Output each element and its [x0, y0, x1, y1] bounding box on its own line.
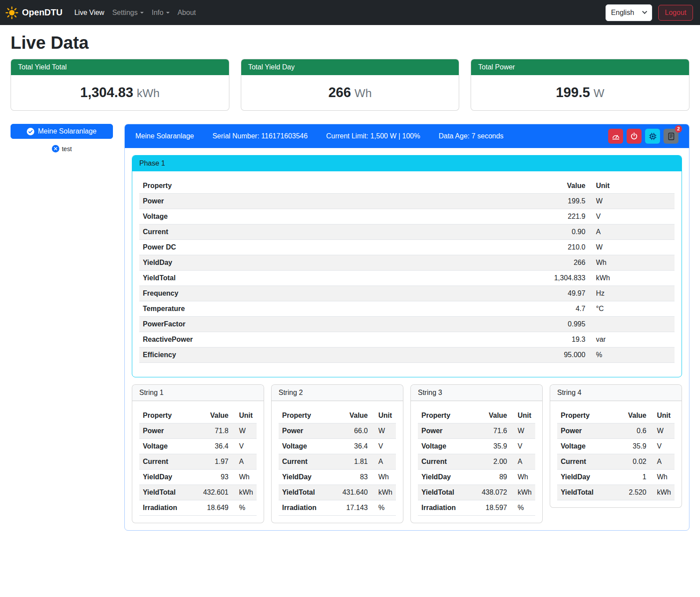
inverter-select-label: Meine Solaranlage [38, 127, 96, 135]
nav-item-settings[interactable]: Settings [108, 5, 148, 20]
nav-item-live-view[interactable]: Live View [70, 5, 108, 20]
summary-unit: Wh [355, 87, 372, 100]
table-row: YieldDay 1 Wh [557, 470, 675, 485]
property-cell: Power [557, 423, 614, 439]
table-row: ReactivePower 19.3 var [139, 332, 675, 347]
language-select[interactable]: English [606, 4, 652, 21]
summary-card: Total Yield Total 1,304.83kWh [11, 59, 229, 111]
value-cell: 199.5 [408, 194, 589, 209]
property-cell: Current [139, 224, 408, 240]
table-row: Voltage 35.9 V [418, 439, 535, 454]
value-cell: 210.0 [408, 240, 589, 255]
value-cell: 0.90 [408, 224, 589, 240]
table-row: YieldTotal 1,304.833 kWh [139, 271, 675, 286]
property-cell: Irradiation [139, 500, 191, 516]
value-cell: 36.4 [330, 439, 371, 454]
value-cell: 89 [470, 470, 511, 485]
property-cell: Current [557, 454, 614, 470]
strings-grid: String 1 Property Value Unit [132, 384, 682, 523]
string-card: String 1 Property Value Unit [132, 384, 264, 523]
property-cell: YieldTotal [279, 485, 330, 500]
property-header: Property [557, 408, 614, 423]
unit-cell: W [650, 423, 675, 439]
property-cell: Power [418, 423, 470, 439]
property-cell: Frequency [139, 286, 408, 301]
table-row: Power 66.0 W [279, 423, 396, 439]
value-cell: 0.02 [614, 454, 650, 470]
property-cell: Power [139, 423, 191, 439]
unit-cell: A [650, 454, 675, 470]
value-cell: 35.9 [470, 439, 511, 454]
property-cell: YieldDay [279, 470, 330, 485]
phase-table: Property Value Unit Power 199.5 [139, 178, 675, 363]
unit-cell: Wh [589, 255, 675, 271]
chevron-down-icon [140, 12, 144, 14]
unit-cell: % [371, 500, 396, 516]
nav-item-about[interactable]: About [174, 5, 200, 20]
inverter-name: Meine Solaranlage [135, 132, 194, 140]
unit-cell: W [511, 423, 535, 439]
value-header: Value [191, 408, 232, 423]
inverter-select-button[interactable]: Meine Solaranlage [11, 124, 113, 139]
unit-cell: W [589, 240, 675, 255]
phase-card-body: Property Value Unit Power 199.5 [132, 171, 682, 377]
unit-cell: kWh [589, 271, 675, 286]
nav-item-info[interactable]: Info [148, 5, 174, 20]
unit-cell: kWh [511, 485, 535, 500]
brand[interactable]: OpenDTU [5, 6, 62, 19]
value-cell: 1,304.833 [408, 271, 589, 286]
power-button[interactable] [627, 129, 642, 144]
table-row: YieldTotal 2.520 kWh [557, 485, 675, 500]
inverter-serial: Serial Number: 116171603546 [212, 132, 308, 140]
brand-name: OpenDTU [22, 7, 62, 18]
value-cell: 432.601 [191, 485, 232, 500]
string-card-body: Property Value Unit Power [272, 401, 403, 516]
value-cell: 1.97 [191, 454, 232, 470]
property-cell: Irradiation [279, 500, 330, 516]
string-card-title: String 3 [411, 385, 542, 401]
string-card: String 2 Property Value Unit [271, 384, 403, 523]
table-row: Irradiation 18.597 % [418, 500, 535, 516]
limit-settings-button[interactable] [608, 129, 623, 144]
inverter-actions: 2 [608, 129, 678, 144]
x-circle-icon[interactable] [52, 145, 59, 152]
summary-cards: Total Yield Total 1,304.83kWh Total Yiel… [11, 59, 689, 111]
value-cell: 93 [191, 470, 232, 485]
unit-header: Unit [650, 408, 675, 423]
unit-cell: W [371, 423, 396, 439]
table-header-row: Property Value Unit [418, 408, 535, 423]
unit-cell: kWh [650, 485, 675, 500]
table-row: Frequency 49.97 Hz [139, 286, 675, 301]
nav-item-label: Settings [112, 9, 138, 17]
property-cell: PowerFactor [139, 317, 408, 332]
table-row: Voltage 35.9 V [557, 439, 675, 454]
property-cell: Irradiation [418, 500, 470, 516]
property-cell: YieldDay [557, 470, 614, 485]
inverter-limit: Current Limit: 1,500 W | 100% [326, 132, 420, 140]
top-navbar: OpenDTU Live View Settings Info About En… [0, 0, 700, 25]
value-cell: 1.81 [330, 454, 371, 470]
tag-label: test [62, 145, 72, 152]
table-row: Irradiation 17.143 % [279, 500, 396, 516]
property-cell: Power [279, 423, 330, 439]
unit-cell: V [232, 439, 257, 454]
nav-links: Live View Settings Info About [70, 5, 200, 20]
summary-number: 199.5 [556, 85, 590, 100]
tag-row: test [11, 145, 113, 152]
value-header: Value [470, 408, 511, 423]
table-row: YieldDay 93 Wh [139, 470, 257, 485]
summary-card-title: Total Yield Day [241, 59, 459, 75]
unit-cell [589, 317, 675, 332]
inverter-panel-header: Meine Solaranlage Serial Number: 1161716… [125, 124, 689, 148]
table-row: YieldDay 83 Wh [279, 470, 396, 485]
property-cell: Current [279, 454, 330, 470]
unit-cell: Wh [650, 470, 675, 485]
table-row: Voltage 221.9 V [139, 209, 675, 224]
summary-card-body: 199.5W [471, 75, 689, 110]
table-header-row: Property Value Unit [557, 408, 675, 423]
unit-cell: Wh [511, 470, 535, 485]
logout-button[interactable]: Logout [658, 5, 693, 21]
events-button[interactable]: 2 [664, 129, 678, 144]
device-info-button[interactable] [645, 129, 660, 144]
unit-cell: V [511, 439, 535, 454]
